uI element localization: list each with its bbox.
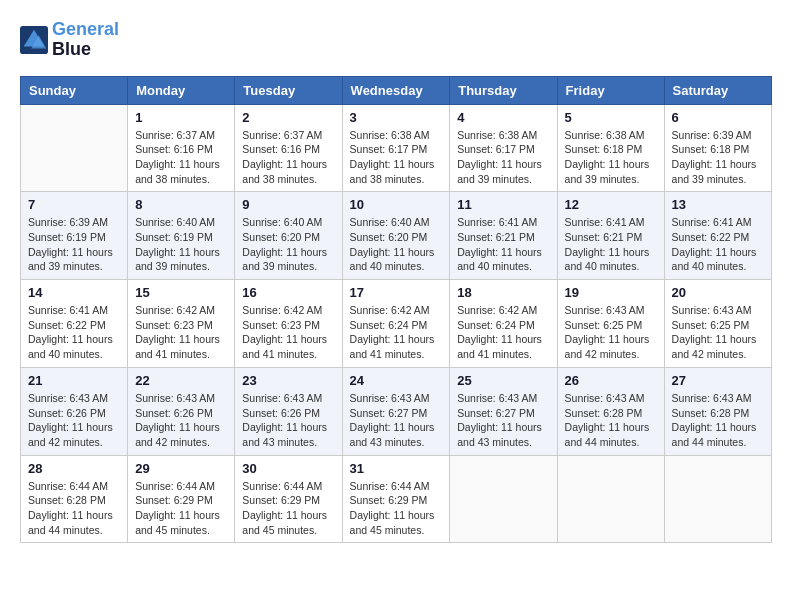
week-row-2: 7Sunrise: 6:39 AMSunset: 6:19 PMDaylight… xyxy=(21,192,772,280)
calendar-cell: 8Sunrise: 6:40 AMSunset: 6:19 PMDaylight… xyxy=(128,192,235,280)
page-header: General Blue xyxy=(20,20,772,60)
day-number: 28 xyxy=(28,461,120,476)
day-info: Sunrise: 6:41 AMSunset: 6:21 PMDaylight:… xyxy=(565,215,657,274)
day-info: Sunrise: 6:43 AMSunset: 6:26 PMDaylight:… xyxy=(242,391,334,450)
day-info: Sunrise: 6:42 AMSunset: 6:24 PMDaylight:… xyxy=(350,303,443,362)
day-header-wednesday: Wednesday xyxy=(342,76,450,104)
day-info: Sunrise: 6:43 AMSunset: 6:25 PMDaylight:… xyxy=(565,303,657,362)
week-row-5: 28Sunrise: 6:44 AMSunset: 6:28 PMDayligh… xyxy=(21,455,772,543)
day-info: Sunrise: 6:43 AMSunset: 6:25 PMDaylight:… xyxy=(672,303,764,362)
calendar-cell: 29Sunrise: 6:44 AMSunset: 6:29 PMDayligh… xyxy=(128,455,235,543)
day-number: 23 xyxy=(242,373,334,388)
calendar-cell: 15Sunrise: 6:42 AMSunset: 6:23 PMDayligh… xyxy=(128,280,235,368)
day-info: Sunrise: 6:43 AMSunset: 6:26 PMDaylight:… xyxy=(135,391,227,450)
day-info: Sunrise: 6:42 AMSunset: 6:23 PMDaylight:… xyxy=(242,303,334,362)
day-number: 1 xyxy=(135,110,227,125)
calendar-header-row: SundayMondayTuesdayWednesdayThursdayFrid… xyxy=(21,76,772,104)
calendar-cell: 6Sunrise: 6:39 AMSunset: 6:18 PMDaylight… xyxy=(664,104,771,192)
day-number: 27 xyxy=(672,373,764,388)
calendar-cell: 19Sunrise: 6:43 AMSunset: 6:25 PMDayligh… xyxy=(557,280,664,368)
calendar-table: SundayMondayTuesdayWednesdayThursdayFrid… xyxy=(20,76,772,544)
calendar-cell: 26Sunrise: 6:43 AMSunset: 6:28 PMDayligh… xyxy=(557,367,664,455)
calendar-cell: 23Sunrise: 6:43 AMSunset: 6:26 PMDayligh… xyxy=(235,367,342,455)
logo-icon xyxy=(20,26,48,54)
calendar-cell: 9Sunrise: 6:40 AMSunset: 6:20 PMDaylight… xyxy=(235,192,342,280)
day-number: 12 xyxy=(565,197,657,212)
calendar-cell: 11Sunrise: 6:41 AMSunset: 6:21 PMDayligh… xyxy=(450,192,557,280)
day-info: Sunrise: 6:43 AMSunset: 6:27 PMDaylight:… xyxy=(350,391,443,450)
day-info: Sunrise: 6:38 AMSunset: 6:17 PMDaylight:… xyxy=(457,128,549,187)
day-header-thursday: Thursday xyxy=(450,76,557,104)
day-info: Sunrise: 6:37 AMSunset: 6:16 PMDaylight:… xyxy=(242,128,334,187)
day-number: 3 xyxy=(350,110,443,125)
day-number: 16 xyxy=(242,285,334,300)
day-number: 5 xyxy=(565,110,657,125)
day-number: 20 xyxy=(672,285,764,300)
calendar-cell: 5Sunrise: 6:38 AMSunset: 6:18 PMDaylight… xyxy=(557,104,664,192)
day-number: 7 xyxy=(28,197,120,212)
calendar-cell: 14Sunrise: 6:41 AMSunset: 6:22 PMDayligh… xyxy=(21,280,128,368)
calendar-cell: 2Sunrise: 6:37 AMSunset: 6:16 PMDaylight… xyxy=(235,104,342,192)
calendar-cell: 21Sunrise: 6:43 AMSunset: 6:26 PMDayligh… xyxy=(21,367,128,455)
calendar-cell: 30Sunrise: 6:44 AMSunset: 6:29 PMDayligh… xyxy=(235,455,342,543)
logo: General Blue xyxy=(20,20,119,60)
day-info: Sunrise: 6:39 AMSunset: 6:19 PMDaylight:… xyxy=(28,215,120,274)
day-info: Sunrise: 6:41 AMSunset: 6:21 PMDaylight:… xyxy=(457,215,549,274)
day-number: 30 xyxy=(242,461,334,476)
day-header-saturday: Saturday xyxy=(664,76,771,104)
day-info: Sunrise: 6:43 AMSunset: 6:28 PMDaylight:… xyxy=(672,391,764,450)
calendar-cell: 4Sunrise: 6:38 AMSunset: 6:17 PMDaylight… xyxy=(450,104,557,192)
day-info: Sunrise: 6:41 AMSunset: 6:22 PMDaylight:… xyxy=(28,303,120,362)
day-info: Sunrise: 6:43 AMSunset: 6:26 PMDaylight:… xyxy=(28,391,120,450)
day-number: 24 xyxy=(350,373,443,388)
logo-text: General Blue xyxy=(52,20,119,60)
calendar-cell: 1Sunrise: 6:37 AMSunset: 6:16 PMDaylight… xyxy=(128,104,235,192)
calendar-cell xyxy=(664,455,771,543)
week-row-4: 21Sunrise: 6:43 AMSunset: 6:26 PMDayligh… xyxy=(21,367,772,455)
week-row-1: 1Sunrise: 6:37 AMSunset: 6:16 PMDaylight… xyxy=(21,104,772,192)
calendar-cell xyxy=(450,455,557,543)
week-row-3: 14Sunrise: 6:41 AMSunset: 6:22 PMDayligh… xyxy=(21,280,772,368)
day-info: Sunrise: 6:42 AMSunset: 6:23 PMDaylight:… xyxy=(135,303,227,362)
calendar-cell xyxy=(21,104,128,192)
day-number: 22 xyxy=(135,373,227,388)
day-number: 6 xyxy=(672,110,764,125)
day-number: 8 xyxy=(135,197,227,212)
day-info: Sunrise: 6:40 AMSunset: 6:20 PMDaylight:… xyxy=(350,215,443,274)
calendar-cell: 18Sunrise: 6:42 AMSunset: 6:24 PMDayligh… xyxy=(450,280,557,368)
day-header-friday: Friday xyxy=(557,76,664,104)
day-number: 29 xyxy=(135,461,227,476)
day-number: 21 xyxy=(28,373,120,388)
calendar-cell: 25Sunrise: 6:43 AMSunset: 6:27 PMDayligh… xyxy=(450,367,557,455)
day-info: Sunrise: 6:39 AMSunset: 6:18 PMDaylight:… xyxy=(672,128,764,187)
day-number: 31 xyxy=(350,461,443,476)
calendar-cell: 20Sunrise: 6:43 AMSunset: 6:25 PMDayligh… xyxy=(664,280,771,368)
calendar-cell: 24Sunrise: 6:43 AMSunset: 6:27 PMDayligh… xyxy=(342,367,450,455)
day-header-sunday: Sunday xyxy=(21,76,128,104)
day-number: 18 xyxy=(457,285,549,300)
day-number: 2 xyxy=(242,110,334,125)
calendar-cell: 31Sunrise: 6:44 AMSunset: 6:29 PMDayligh… xyxy=(342,455,450,543)
day-number: 10 xyxy=(350,197,443,212)
day-info: Sunrise: 6:42 AMSunset: 6:24 PMDaylight:… xyxy=(457,303,549,362)
calendar-cell: 16Sunrise: 6:42 AMSunset: 6:23 PMDayligh… xyxy=(235,280,342,368)
day-number: 19 xyxy=(565,285,657,300)
day-number: 14 xyxy=(28,285,120,300)
day-info: Sunrise: 6:44 AMSunset: 6:28 PMDaylight:… xyxy=(28,479,120,538)
day-info: Sunrise: 6:44 AMSunset: 6:29 PMDaylight:… xyxy=(135,479,227,538)
calendar-cell: 3Sunrise: 6:38 AMSunset: 6:17 PMDaylight… xyxy=(342,104,450,192)
day-number: 11 xyxy=(457,197,549,212)
day-number: 9 xyxy=(242,197,334,212)
day-info: Sunrise: 6:43 AMSunset: 6:27 PMDaylight:… xyxy=(457,391,549,450)
day-info: Sunrise: 6:43 AMSunset: 6:28 PMDaylight:… xyxy=(565,391,657,450)
calendar-cell: 12Sunrise: 6:41 AMSunset: 6:21 PMDayligh… xyxy=(557,192,664,280)
calendar-cell: 22Sunrise: 6:43 AMSunset: 6:26 PMDayligh… xyxy=(128,367,235,455)
day-info: Sunrise: 6:38 AMSunset: 6:18 PMDaylight:… xyxy=(565,128,657,187)
calendar-cell: 17Sunrise: 6:42 AMSunset: 6:24 PMDayligh… xyxy=(342,280,450,368)
calendar-cell: 10Sunrise: 6:40 AMSunset: 6:20 PMDayligh… xyxy=(342,192,450,280)
day-info: Sunrise: 6:41 AMSunset: 6:22 PMDaylight:… xyxy=(672,215,764,274)
day-header-monday: Monday xyxy=(128,76,235,104)
day-info: Sunrise: 6:44 AMSunset: 6:29 PMDaylight:… xyxy=(350,479,443,538)
day-number: 13 xyxy=(672,197,764,212)
day-number: 15 xyxy=(135,285,227,300)
